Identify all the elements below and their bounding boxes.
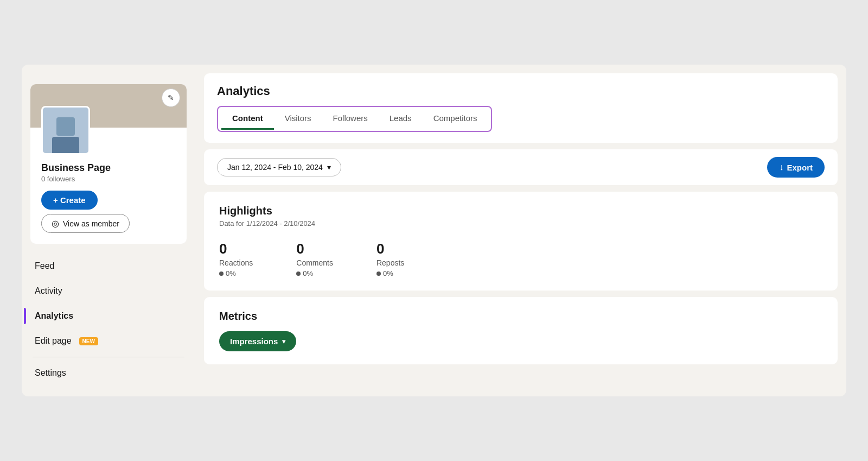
reposts-label: Reposts	[376, 258, 404, 267]
reactions-label: Reactions	[219, 258, 253, 267]
tab-visitors[interactable]: Visitors	[274, 108, 322, 130]
profile-info: Business Page 0 followers	[30, 157, 187, 183]
avatar	[41, 106, 90, 155]
date-bar-card: Jan 12, 2024 - Feb 10, 2024 ▾ ↓ Export	[204, 149, 838, 185]
feed-label: Feed	[35, 261, 54, 271]
stat-comments: 0 Comments 0%	[296, 241, 333, 277]
reactions-pct: 0%	[219, 269, 253, 277]
impressions-label: Impressions	[230, 337, 278, 346]
highlights-title: Highlights	[219, 205, 822, 217]
tab-leads[interactable]: Leads	[379, 108, 423, 130]
analytics-header-card: Analytics Content Visitors Followers Lea…	[204, 73, 838, 143]
export-label: Export	[787, 163, 813, 172]
export-button[interactable]: ↓ Export	[767, 157, 825, 178]
metrics-card: Metrics Impressions ▾	[204, 297, 838, 364]
activity-label: Activity	[35, 286, 62, 296]
comments-label: Comments	[296, 258, 333, 267]
view-member-label: View as member	[63, 219, 119, 228]
sidebar-item-settings[interactable]: Settings	[24, 361, 193, 386]
comments-dot	[296, 271, 301, 276]
reactions-number: 0	[219, 241, 253, 257]
view-as-member-button[interactable]: ◎ View as member	[41, 214, 130, 233]
analytics-tabs: Content Visitors Followers Leads Competi…	[217, 106, 492, 132]
reactions-dot	[219, 271, 224, 276]
sidebar-item-analytics[interactable]: Analytics	[24, 304, 193, 329]
analytics-label: Analytics	[35, 311, 73, 321]
sidebar: ✎ Business Page 0 followers + Create ◎ V…	[22, 65, 195, 396]
date-range-label: Jan 12, 2024 - Feb 10, 2024	[227, 163, 323, 172]
tab-content[interactable]: Content	[221, 108, 274, 130]
impressions-button[interactable]: Impressions ▾	[219, 331, 296, 351]
reactions-pct-value: 0%	[226, 269, 236, 277]
sidebar-item-edit-page[interactable]: Edit page NEW	[24, 329, 193, 353]
avatar-wrap	[41, 106, 90, 155]
edit-button[interactable]: ✎	[162, 89, 180, 107]
eye-icon: ◎	[52, 218, 59, 229]
chevron-down-icon: ▾	[327, 163, 331, 172]
profile-name: Business Page	[41, 162, 176, 174]
sidebar-item-activity[interactable]: Activity	[24, 279, 193, 304]
highlights-subtitle: Data for 1/12/2024 - 2/10/2024	[219, 219, 822, 228]
reposts-dot	[376, 271, 381, 276]
nav-divider	[33, 357, 184, 357]
tab-competitors[interactable]: Competitors	[423, 108, 488, 130]
highlights-card: Highlights Data for 1/12/2024 - 2/10/202…	[204, 192, 838, 291]
main-content: Analytics Content Visitors Followers Lea…	[195, 65, 846, 396]
avatar-shape-top	[56, 117, 75, 136]
metrics-title: Metrics	[219, 310, 822, 323]
comments-number: 0	[296, 241, 333, 257]
create-label: + Create	[53, 195, 86, 205]
sidebar-item-feed[interactable]: Feed	[24, 254, 193, 279]
reposts-pct-value: 0%	[383, 269, 393, 277]
profile-card: ✎ Business Page 0 followers + Create ◎ V…	[30, 84, 187, 244]
settings-label: Settings	[35, 368, 66, 378]
reposts-number: 0	[376, 241, 404, 257]
date-range-picker[interactable]: Jan 12, 2024 - Feb 10, 2024 ▾	[217, 158, 341, 176]
edit-icon: ✎	[168, 93, 174, 102]
comments-pct-value: 0%	[303, 269, 313, 277]
analytics-title: Analytics	[217, 84, 825, 98]
create-button[interactable]: + Create	[41, 191, 98, 210]
sidebar-nav: Feed Activity Analytics Edit page NEW Se…	[22, 254, 195, 386]
download-icon: ↓	[779, 162, 783, 172]
highlights-stats: 0 Reactions 0% 0 Comments 0%	[219, 241, 822, 277]
new-badge: NEW	[79, 337, 98, 345]
stat-reposts: 0 Reposts 0%	[376, 241, 404, 277]
chevron-down-icon: ▾	[282, 338, 285, 345]
edit-page-label: Edit page	[35, 336, 72, 346]
comments-pct: 0%	[296, 269, 333, 277]
reposts-pct: 0%	[376, 269, 404, 277]
avatar-shape-bottom	[52, 137, 79, 153]
stat-reactions: 0 Reactions 0%	[219, 241, 253, 277]
profile-followers: 0 followers	[41, 175, 176, 183]
tab-followers[interactable]: Followers	[322, 108, 379, 130]
